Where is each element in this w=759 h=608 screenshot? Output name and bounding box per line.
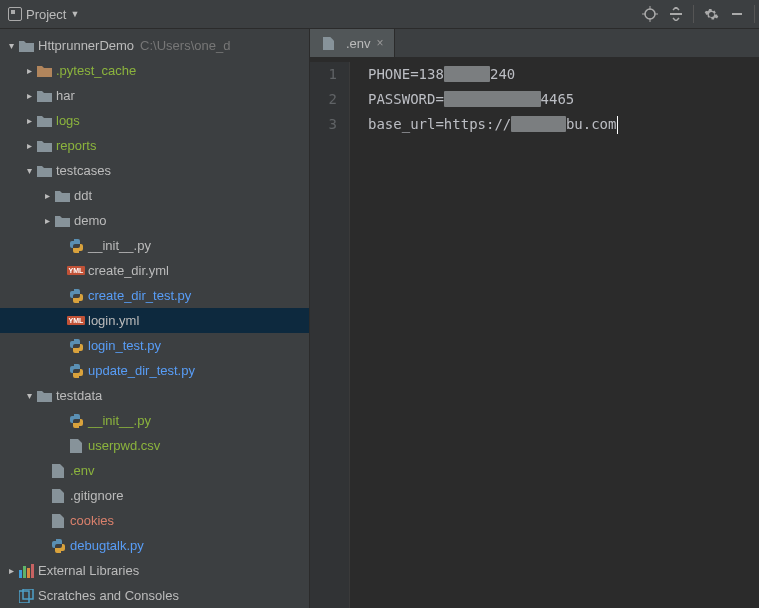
tree-row[interactable]: ▸ reports	[0, 133, 309, 158]
tree-row[interactable]: ▸ har	[0, 83, 309, 108]
root-name: HttprunnerDemo	[38, 38, 134, 53]
editor-tab[interactable]: .env ×	[310, 29, 395, 57]
tree-row[interactable]: ▸ demo	[0, 208, 309, 233]
label: .pytest_cache	[56, 63, 136, 78]
code-line: base_url=https://xxxxxxbu.com	[368, 112, 618, 137]
text-file-icon	[50, 463, 66, 479]
folder-icon	[36, 113, 52, 129]
tree-row-selected[interactable]: YML login.yml	[0, 308, 309, 333]
label: .env	[70, 463, 95, 478]
tree-row[interactable]: .env	[0, 458, 309, 483]
chevron-right-icon: ▸	[22, 90, 36, 101]
hide-icon[interactable]	[724, 1, 750, 27]
svg-point-0	[645, 9, 655, 19]
tree-row-root[interactable]: ▾ HttprunnerDemo C:\Users\one_d	[0, 33, 309, 58]
tree-row[interactable]: .gitignore	[0, 483, 309, 508]
tree-row[interactable]: YML create_dir.yml	[0, 258, 309, 283]
python-file-icon	[68, 413, 84, 429]
close-icon[interactable]: ×	[377, 36, 384, 50]
label: __init__.py	[88, 413, 151, 428]
label: testdata	[56, 388, 102, 403]
tree-row[interactable]: login_test.py	[0, 333, 309, 358]
tree-row-external[interactable]: ▸ External Libraries	[0, 558, 309, 583]
tree-row[interactable]: __init__.py	[0, 233, 309, 258]
tree-row[interactable]: __init__.py	[0, 408, 309, 433]
python-file-icon	[68, 288, 84, 304]
svg-rect-9	[27, 568, 30, 578]
csv-file-icon	[68, 438, 84, 454]
line-number: 2	[310, 87, 337, 112]
editor-area: .env × 1 2 3 PHONE=138xxxxx240 PASSWORD=…	[310, 29, 759, 608]
tree-row[interactable]: ▾ testdata	[0, 383, 309, 408]
tree-row[interactable]: ▾ testcases	[0, 158, 309, 183]
separator	[693, 5, 694, 23]
tree-row[interactable]: debugtalk.py	[0, 533, 309, 558]
code-line: PASSWORD=xxxxxxxxxxx4465	[368, 87, 618, 112]
line-number: 3	[310, 112, 337, 137]
project-toolbar: Project ▼	[0, 0, 759, 29]
folder-icon	[18, 38, 34, 54]
chevron-right-icon: ▸	[40, 190, 54, 201]
project-view-icon	[8, 7, 22, 21]
editor-content[interactable]: PHONE=138xxxxx240 PASSWORD=xxxxxxxxxxx44…	[350, 62, 618, 608]
folder-icon	[36, 88, 52, 104]
chevron-down-icon: ▾	[22, 390, 36, 401]
separator	[754, 5, 755, 23]
text-cursor	[617, 116, 618, 134]
gear-icon[interactable]	[698, 1, 724, 27]
python-file-icon	[50, 538, 66, 554]
svg-rect-7	[19, 570, 22, 578]
folder-icon	[54, 188, 70, 204]
tree-row[interactable]: update_dir_test.py	[0, 358, 309, 383]
label: cookies	[70, 513, 114, 528]
tree-row[interactable]: create_dir_test.py	[0, 283, 309, 308]
yml-file-icon: YML	[68, 315, 84, 327]
tree-row[interactable]: userpwd.csv	[0, 433, 309, 458]
collapse-all-icon[interactable]	[663, 1, 689, 27]
label: create_dir_test.py	[88, 288, 191, 303]
chevron-right-icon: ▸	[4, 565, 18, 576]
locate-icon[interactable]	[637, 1, 663, 27]
project-tree[interactable]: ▾ HttprunnerDemo C:\Users\one_d ▸ .pytes…	[0, 29, 310, 608]
text-file-icon	[50, 488, 66, 504]
svg-rect-6	[732, 13, 742, 15]
label: __init__.py	[88, 238, 151, 253]
python-file-icon	[68, 338, 84, 354]
chevron-down-icon: ▾	[22, 165, 36, 176]
folder-icon	[36, 138, 52, 154]
label: update_dir_test.py	[88, 363, 195, 378]
chevron-right-icon: ▸	[40, 215, 54, 226]
tree-row[interactable]: cookies	[0, 508, 309, 533]
tree-row[interactable]: ▸ ddt	[0, 183, 309, 208]
code-line: PHONE=138xxxxx240	[368, 62, 618, 87]
line-number: 1	[310, 62, 337, 87]
text-file-icon	[50, 513, 66, 529]
folder-icon	[36, 388, 52, 404]
tree-row-scratches[interactable]: Scratches and Consoles	[0, 583, 309, 608]
label: Scratches and Consoles	[38, 588, 179, 603]
label: .gitignore	[70, 488, 123, 503]
libraries-icon	[18, 563, 34, 579]
python-file-icon	[68, 238, 84, 254]
svg-rect-8	[23, 566, 26, 578]
yml-file-icon: YML	[68, 265, 84, 277]
tab-label: .env	[346, 36, 371, 51]
chevron-right-icon: ▸	[22, 65, 36, 76]
tree-row[interactable]: ▸ logs	[0, 108, 309, 133]
tree-row[interactable]: ▸ .pytest_cache	[0, 58, 309, 83]
svg-rect-10	[31, 564, 34, 578]
label: debugtalk.py	[70, 538, 144, 553]
chevron-down-icon: ▾	[4, 40, 18, 51]
folder-icon	[54, 213, 70, 229]
project-dropdown[interactable]: Project ▼	[0, 0, 87, 28]
chevron-right-icon: ▸	[22, 115, 36, 126]
project-label: Project	[26, 7, 66, 22]
label: testcases	[56, 163, 111, 178]
folder-icon	[36, 163, 52, 179]
chevron-right-icon: ▸	[22, 140, 36, 151]
label: create_dir.yml	[88, 263, 169, 278]
label: External Libraries	[38, 563, 139, 578]
chevron-down-icon: ▼	[70, 9, 79, 19]
label: login.yml	[88, 313, 139, 328]
svg-rect-11	[19, 591, 29, 603]
